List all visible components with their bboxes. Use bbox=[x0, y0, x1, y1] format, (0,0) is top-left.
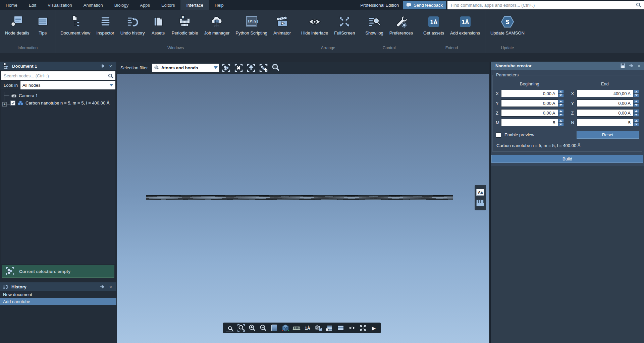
add-extensions-button[interactable]: 1Å Add extensions bbox=[447, 13, 483, 37]
tips-button[interactable]: Tips bbox=[32, 13, 53, 37]
build-button[interactable]: Build bbox=[491, 155, 643, 163]
expander-plus-icon[interactable]: + bbox=[2, 102, 7, 107]
find-button[interactable] bbox=[271, 63, 281, 73]
play-button[interactable]: ▶ bbox=[369, 323, 379, 333]
periodic-table-button[interactable]: H Periodic table bbox=[169, 13, 201, 37]
pin-icon[interactable] bbox=[628, 63, 634, 69]
close-icon[interactable]: × bbox=[108, 63, 114, 69]
spin-up-icon[interactable] bbox=[558, 99, 564, 103]
m-field[interactable] bbox=[501, 119, 558, 126]
document-tree: Camera 1 Carbon nanotube n = 5, m = 5, l… bbox=[1, 90, 115, 264]
select-parent-button[interactable] bbox=[246, 63, 256, 73]
presentation-button[interactable] bbox=[336, 323, 345, 333]
selection-status-bar: Current selection: empty bbox=[2, 265, 114, 278]
history-item-add-nanotube[interactable]: Add nanotube bbox=[0, 298, 116, 305]
selection-filter-dropdown[interactable]: Atoms and bonds bbox=[152, 64, 219, 72]
command-search-input[interactable] bbox=[447, 3, 644, 8]
menu-apps[interactable]: Apps bbox=[134, 0, 156, 10]
spin-down-icon[interactable] bbox=[633, 104, 639, 107]
history-item-new-document[interactable]: New document bbox=[0, 291, 116, 298]
assets-button[interactable]: Assets bbox=[148, 13, 169, 37]
label-button[interactable] bbox=[325, 323, 334, 333]
spin-up-icon[interactable] bbox=[633, 109, 639, 113]
zoom-selection-button[interactable] bbox=[236, 323, 246, 333]
snapshot-button[interactable] bbox=[314, 323, 323, 333]
viewport-3d-canvas[interactable]: Aa 1Å ▶ bbox=[117, 74, 489, 343]
animator-button[interactable]: Animator bbox=[270, 13, 294, 37]
pin-icon[interactable] bbox=[99, 284, 105, 290]
add-extensions-label: Add extensions bbox=[450, 30, 480, 36]
zoom-in-button[interactable] bbox=[247, 323, 257, 333]
end-z-field[interactable] bbox=[577, 109, 634, 117]
menu-biology[interactable]: Biology bbox=[109, 0, 135, 10]
close-icon[interactable]: × bbox=[636, 63, 642, 69]
hide-interface-button[interactable]: Hide interface bbox=[298, 13, 331, 37]
spin-down-icon[interactable] bbox=[633, 113, 639, 117]
spin-down-icon[interactable] bbox=[633, 123, 639, 127]
spin-down-icon[interactable] bbox=[558, 113, 564, 117]
camera-icon bbox=[11, 93, 17, 98]
inspector-button[interactable]: Inspector bbox=[93, 13, 117, 37]
spin-down-icon[interactable] bbox=[558, 94, 564, 97]
menu-edit[interactable]: Edit bbox=[23, 0, 42, 10]
orientation-cube-button[interactable] bbox=[280, 323, 290, 333]
background-button[interactable] bbox=[269, 323, 279, 333]
update-samson-button[interactable]: S Update SAMSON bbox=[487, 13, 528, 37]
add-to-selection-button[interactable] bbox=[258, 63, 269, 73]
enable-preview-checkbox[interactable] bbox=[496, 132, 501, 138]
document-view-button[interactable]: Document view bbox=[57, 13, 93, 37]
carbon-nanotube-model[interactable] bbox=[146, 195, 453, 200]
undo-history-button[interactable]: Undo history bbox=[117, 13, 148, 37]
visibility-button[interactable] bbox=[347, 323, 357, 333]
spin-down-icon[interactable] bbox=[558, 104, 564, 107]
python-scripting-button[interactable]: IP[y]: Python Scripting bbox=[232, 13, 270, 37]
menu-animation[interactable]: Animation bbox=[78, 0, 109, 10]
look-in-dropdown[interactable]: All nodes bbox=[20, 81, 115, 89]
zoom-out-button[interactable] bbox=[258, 323, 268, 333]
spin-down-icon[interactable] bbox=[633, 94, 639, 97]
spin-up-icon[interactable] bbox=[558, 90, 564, 93]
reset-button[interactable]: Reset bbox=[577, 131, 639, 139]
preferences-button[interactable]: Preferences bbox=[386, 13, 416, 37]
fullscreen-button[interactable]: FullScreen bbox=[331, 13, 358, 37]
close-icon[interactable]: × bbox=[108, 284, 114, 290]
spin-up-icon[interactable] bbox=[633, 99, 639, 103]
grid-plane-button[interactable] bbox=[291, 323, 301, 333]
deselect-all-button[interactable] bbox=[233, 63, 244, 73]
node-details-button[interactable]: Node details bbox=[2, 13, 32, 37]
ruler-button[interactable] bbox=[476, 200, 484, 206]
node-search-input[interactable] bbox=[1, 73, 115, 78]
pin-icon[interactable] bbox=[99, 63, 105, 69]
menu-visualization[interactable]: Visualization bbox=[42, 0, 78, 10]
beginning-z-field[interactable] bbox=[501, 109, 558, 117]
end-x-field[interactable] bbox=[577, 90, 634, 97]
end-y-field[interactable] bbox=[577, 99, 634, 107]
spin-up-icon[interactable] bbox=[558, 119, 564, 123]
show-log-button[interactable]: Show log bbox=[362, 13, 386, 37]
beginning-y-field[interactable] bbox=[501, 99, 558, 107]
menu-interface[interactable]: Interface bbox=[180, 0, 209, 10]
text-display-button[interactable]: Aa bbox=[476, 189, 484, 196]
nanotube-checkbox[interactable] bbox=[10, 100, 15, 106]
menu-home[interactable]: Home bbox=[0, 0, 23, 10]
n-field[interactable] bbox=[577, 119, 634, 126]
zoom-region-button[interactable] bbox=[225, 323, 235, 333]
send-feedback-button[interactable]: Send feedback bbox=[403, 1, 446, 9]
spin-up-icon[interactable] bbox=[558, 109, 564, 113]
save-layout-icon[interactable] bbox=[620, 63, 626, 69]
scale-button[interactable]: 1Å bbox=[303, 323, 312, 333]
arrow-up-icon bbox=[247, 63, 256, 72]
history-panel-empty-area bbox=[0, 305, 116, 343]
menu-help[interactable]: Help bbox=[209, 0, 229, 10]
viewport-fullscreen-button[interactable] bbox=[358, 323, 368, 333]
spin-up-icon[interactable] bbox=[633, 119, 639, 123]
menu-editors[interactable]: Editors bbox=[156, 0, 180, 10]
job-manager-button[interactable]: Job manager bbox=[201, 13, 232, 37]
tree-item-camera[interactable]: Camera 1 bbox=[1, 92, 115, 99]
get-assets-button[interactable]: 1Å Get assets bbox=[420, 13, 447, 37]
select-all-button[interactable] bbox=[221, 63, 231, 73]
spin-up-icon[interactable] bbox=[633, 90, 639, 93]
spin-down-icon[interactable] bbox=[558, 123, 564, 127]
beginning-x-field[interactable] bbox=[501, 90, 558, 97]
tree-item-nanotube[interactable]: Carbon nanotube n = 5, m = 5, l = 400.00… bbox=[1, 99, 115, 107]
